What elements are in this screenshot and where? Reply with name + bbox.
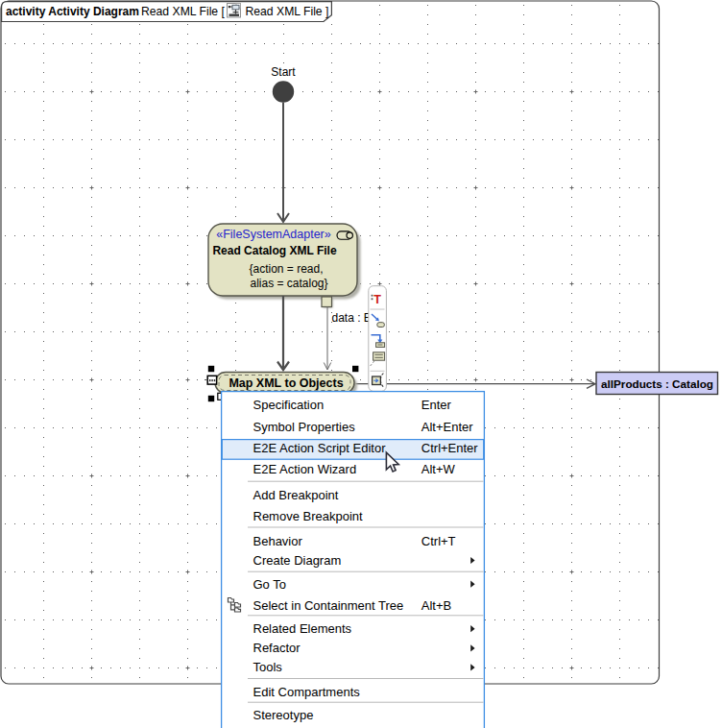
svg-text:Read XML File [: Read XML File [	[141, 5, 226, 18]
svg-text:Ctrl+Enter: Ctrl+Enter	[421, 441, 479, 455]
svg-text:Read Catalog XML File: Read Catalog XML File	[212, 244, 336, 257]
svg-text:Alt+Enter: Alt+Enter	[421, 420, 474, 434]
svg-text:Specification: Specification	[253, 398, 325, 412]
svg-text:Go To: Go To	[253, 577, 286, 592]
svg-text:Stereotype: Stereotype	[253, 708, 314, 722]
svg-text:Start: Start	[271, 65, 296, 79]
svg-text:Add Breakpoint: Add Breakpoint	[253, 488, 339, 502]
svg-text:Alt+W: Alt+W	[421, 462, 456, 476]
svg-text:allProducts : Catalog: allProducts : Catalog	[601, 377, 713, 390]
svg-text:Alt+B: Alt+B	[421, 598, 451, 613]
svg-text:Related Elements: Related Elements	[253, 621, 352, 636]
svg-text:Edit Compartments: Edit Compartments	[253, 685, 361, 699]
svg-text:Read XML File ]: Read XML File ]	[246, 5, 329, 18]
svg-text:Ctrl+T: Ctrl+T	[421, 534, 456, 548]
svg-text:Tools: Tools	[253, 660, 283, 674]
svg-text:E2E Action Wizard: E2E Action Wizard	[253, 462, 357, 476]
svg-text:data : El: data : El	[332, 311, 374, 325]
svg-text:Refactor: Refactor	[253, 641, 301, 655]
svg-text:{action = read,: {action = read,	[249, 262, 323, 276]
svg-text:alias = catalog}: alias = catalog}	[250, 277, 327, 290]
svg-text:Remove Breakpoint: Remove Breakpoint	[253, 509, 364, 523]
svg-text:Behavior: Behavior	[253, 534, 303, 548]
svg-text:Map XML to Objects: Map XML to Objects	[229, 376, 343, 390]
svg-text:«FileSystemAdapter»: «FileSystemAdapter»	[216, 228, 331, 241]
svg-text:Enter: Enter	[421, 398, 452, 412]
svg-text:Select in Containment Tree: Select in Containment Tree	[253, 598, 404, 613]
svg-text:activity Activity Diagram: activity Activity Diagram	[6, 5, 139, 18]
svg-text:Symbol Properties: Symbol Properties	[253, 420, 356, 434]
svg-text:T: T	[373, 293, 381, 306]
svg-text:Create Diagram: Create Diagram	[253, 553, 342, 568]
svg-text:E2E Action Script Editor: E2E Action Script Editor	[253, 441, 387, 455]
